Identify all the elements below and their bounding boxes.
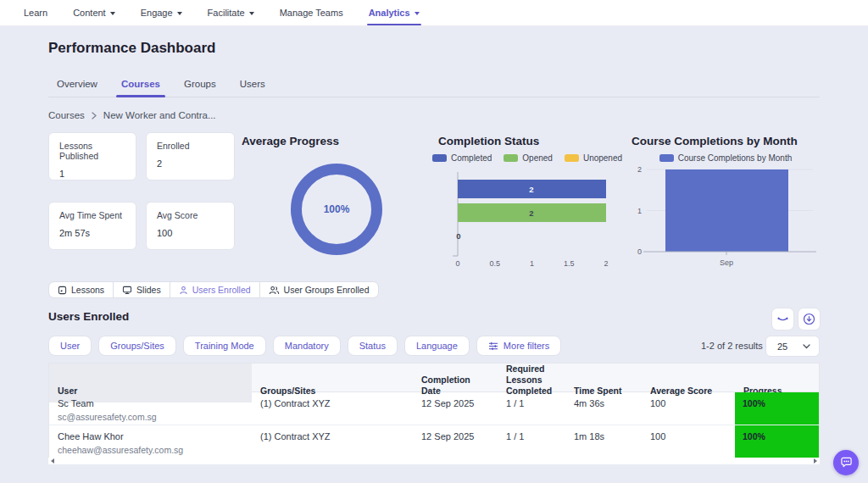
download-icon bbox=[803, 313, 815, 325]
user-group-icon bbox=[269, 286, 280, 295]
view-button-label: User Groups Enrolled bbox=[284, 285, 370, 295]
user-email: sc@assuresafety.com.sg bbox=[58, 412, 245, 422]
table-horizontal-scrollbar[interactable] bbox=[48, 458, 820, 464]
filter-training-mode[interactable]: Training Mode bbox=[183, 336, 266, 356]
stat-label: Avg Time Spent bbox=[59, 210, 125, 220]
cell-progress: 100% bbox=[735, 425, 819, 458]
stat-card-avg-score: Avg Score 100 bbox=[146, 202, 235, 250]
nav-item-content[interactable]: Content bbox=[73, 0, 115, 25]
nav-item-analytics[interactable]: Analytics bbox=[369, 0, 420, 25]
results-summary: 1-2 of 2 results bbox=[701, 341, 763, 351]
breadcrumb-current: New Worker and Contra... bbox=[103, 110, 216, 120]
stat-card-avg-time-spent: Avg Time Spent 2m 57s bbox=[48, 202, 136, 250]
nav-label: Content bbox=[73, 8, 106, 18]
svg-text:0: 0 bbox=[637, 247, 642, 256]
nav-label: Learn bbox=[24, 8, 47, 18]
progress-value: 100% bbox=[735, 392, 819, 425]
cell-required-lessons: 1 / 1 bbox=[498, 425, 565, 458]
tab-overview[interactable]: Overview bbox=[57, 71, 97, 97]
table-row[interactable]: Sc Team sc@assuresafety.com.sg (1) Contr… bbox=[49, 392, 819, 425]
stat-card-lessons-published: Lessons Published 1 bbox=[48, 132, 136, 180]
chevron-right-icon bbox=[92, 112, 97, 119]
completion-status-title: Completion Status bbox=[438, 135, 539, 147]
svg-text:0.5: 0.5 bbox=[490, 259, 501, 268]
page-title: Performance Dashboard bbox=[48, 40, 215, 57]
legend-label: Unopened bbox=[583, 153, 622, 163]
view-button-label: Lessons bbox=[71, 285, 104, 295]
table-header-row: User Groups/Sites Completion Date Requir… bbox=[49, 364, 819, 392]
cell-average-score: 100 bbox=[642, 425, 735, 458]
tab-users[interactable]: Users bbox=[240, 71, 265, 97]
nav-item-facilitate[interactable]: Facilitate bbox=[208, 0, 254, 25]
scroll-left-icon[interactable] bbox=[51, 458, 54, 464]
svg-text:Sep: Sep bbox=[720, 258, 733, 267]
filter-label: Training Mode bbox=[195, 341, 254, 351]
stat-value: 100 bbox=[157, 228, 224, 238]
stat-cards: Lessons Published 1 Enrolled 2 Avg Time … bbox=[48, 132, 235, 250]
unopened-swatch bbox=[565, 154, 579, 162]
user-groups-enrolled-view-button[interactable]: User Groups Enrolled bbox=[259, 281, 379, 298]
opened-swatch bbox=[504, 154, 518, 162]
nav-item-learn[interactable]: Learn bbox=[24, 0, 47, 25]
tab-groups[interactable]: Groups bbox=[184, 71, 216, 97]
filter-user[interactable]: User bbox=[48, 336, 92, 356]
tab-label: Users bbox=[240, 79, 265, 89]
view-switcher: Lessons Slides Users Enrolled User Group… bbox=[48, 281, 379, 298]
download-report-button[interactable] bbox=[798, 308, 821, 330]
sep-bar bbox=[665, 169, 788, 252]
cell-groups-sites: (1) Contract XYZ bbox=[252, 392, 413, 425]
nav-item-engage[interactable]: Engage bbox=[141, 0, 182, 25]
nav-label: Analytics bbox=[369, 8, 410, 18]
cell-progress: 100% bbox=[735, 392, 819, 425]
stat-value: 2m 57s bbox=[59, 228, 125, 238]
page-size-value: 25 bbox=[777, 341, 787, 352]
more-filters-button[interactable]: More filters bbox=[476, 336, 561, 356]
svg-text:1: 1 bbox=[637, 207, 642, 215]
svg-text:2: 2 bbox=[604, 259, 608, 268]
filter-mandatory[interactable]: Mandatory bbox=[273, 336, 341, 356]
breadcrumb: Courses New Worker and Contra... bbox=[48, 110, 216, 120]
collapse-rows-button[interactable] bbox=[771, 308, 794, 330]
chevron-down-icon bbox=[803, 344, 810, 349]
users-enrolled-view-button[interactable]: Users Enrolled bbox=[170, 281, 260, 298]
stat-value: 2 bbox=[157, 158, 224, 169]
chat-support-button[interactable] bbox=[833, 450, 859, 475]
completed-swatch bbox=[432, 154, 447, 162]
breadcrumb-courses-link[interactable]: Courses bbox=[48, 110, 85, 120]
user-icon bbox=[179, 286, 188, 295]
chevron-down-icon bbox=[415, 12, 420, 15]
cell-time-spent: 4m 36s bbox=[565, 392, 642, 425]
completed-bar-value: 2 bbox=[529, 185, 533, 194]
filter-groups-sites[interactable]: Groups/Sites bbox=[98, 336, 176, 356]
filter-language[interactable]: Language bbox=[404, 336, 470, 356]
users-enrolled-table: User Groups/Sites Completion Date Requir… bbox=[48, 363, 820, 458]
slides-view-button[interactable]: Slides bbox=[113, 281, 170, 298]
user-email: cheehaw@assuresafety.com.sg bbox=[58, 445, 245, 455]
stat-value: 1 bbox=[59, 169, 125, 179]
nav-label: Facilitate bbox=[208, 8, 245, 18]
cell-groups-sites: (1) Contract XYZ bbox=[252, 425, 413, 458]
scroll-right-icon[interactable] bbox=[814, 458, 817, 464]
completions-by-month-legend: Course Completions by Month bbox=[632, 153, 820, 163]
page-size-select[interactable]: 25 bbox=[765, 336, 820, 357]
filter-status[interactable]: Status bbox=[348, 336, 398, 356]
lessons-view-button[interactable]: Lessons bbox=[48, 281, 114, 298]
legend-item-unopened: Unopened bbox=[565, 153, 622, 163]
table-row[interactable]: Chee Haw Khor cheehaw@assuresafety.com.s… bbox=[49, 425, 819, 458]
tab-label: Overview bbox=[57, 79, 97, 89]
nav-label: Manage Teams bbox=[280, 8, 343, 18]
cell-completion-date: 12 Sep 2025 bbox=[413, 425, 498, 458]
nav-item-manage-teams[interactable]: Manage Teams bbox=[280, 0, 343, 25]
chevron-down-icon bbox=[249, 12, 254, 15]
users-enrolled-section-title: Users Enrolled bbox=[48, 310, 129, 323]
unopened-bar-value: 0 bbox=[456, 231, 460, 241]
filter-label: Groups/Sites bbox=[110, 341, 164, 351]
stat-card-enrolled: Enrolled 2 bbox=[146, 132, 235, 180]
tab-courses[interactable]: Courses bbox=[121, 71, 160, 97]
completions-by-month-title: Course Completions by Month bbox=[632, 135, 798, 147]
cell-time-spent: 1m 18s bbox=[565, 425, 642, 458]
svg-text:0: 0 bbox=[455, 259, 459, 268]
legend-label: Course Completions by Month bbox=[678, 153, 793, 163]
completions-swatch bbox=[659, 154, 674, 162]
cell-required-lessons: 1 / 1 bbox=[498, 392, 565, 425]
